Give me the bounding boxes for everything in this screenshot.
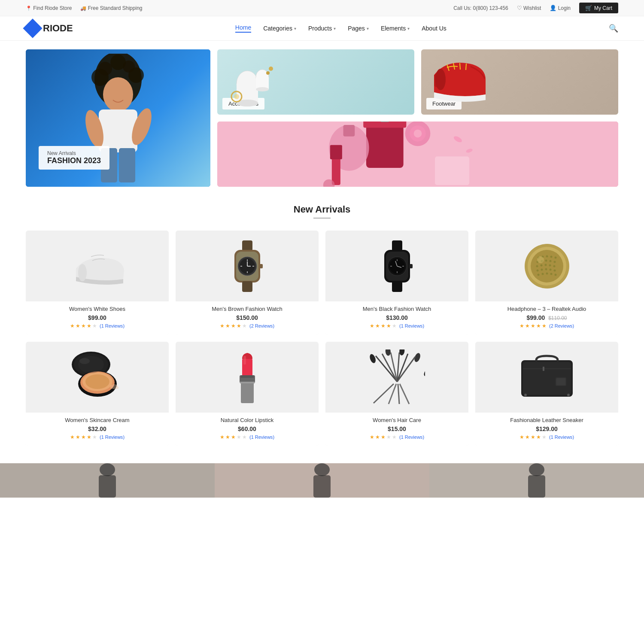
product-card[interactable]: Women's White Shoes $99.00 ★ ★ ★ ★ ★ (1 … [26, 231, 169, 335]
svg-rect-56 [259, 264, 263, 268]
svg-point-116 [369, 353, 377, 364]
pin-icon [26, 5, 32, 11]
product-rating: ★ ★ ★ ★ ★ (1 Reviews) [331, 434, 462, 440]
bottom-banner [0, 463, 644, 498]
product-image-leather-bag [517, 354, 577, 401]
svg-point-95 [546, 272, 548, 274]
product-rating: ★ ★ ★ ★ ★ (1 Reviews) [481, 434, 612, 440]
svg-point-93 [537, 273, 539, 276]
product-image-wrap [26, 342, 169, 413]
product-price: $129.00 [481, 425, 612, 432]
product-image-wrap [475, 342, 618, 413]
svg-point-82 [553, 261, 556, 263]
product-image-cream [70, 352, 125, 403]
product-price: $60.00 [182, 425, 313, 432]
nav-item-pages[interactable]: Pages ▾ [348, 25, 369, 32]
svg-rect-57 [392, 240, 402, 251]
banner-image-2 [215, 463, 429, 498]
banner-image-1 [0, 463, 215, 498]
hero-main-banner[interactable]: New Arrivals FASHION 2023 [26, 49, 210, 187]
product-card[interactable]: Women's Hair Care $15.00 ★ ★ ★ ★ ★ (1 Re… [325, 342, 468, 446]
product-price: $130.00 [331, 314, 462, 321]
truck-icon [80, 5, 86, 11]
svg-point-39 [414, 130, 422, 138]
chevron-down-icon: ▾ [367, 26, 369, 31]
svg-point-106 [78, 356, 104, 373]
svg-point-135 [524, 394, 527, 396]
product-info: Headphone – 3 – Realtek Audio $99.00 $11… [475, 301, 618, 335]
cart-icon [585, 5, 592, 11]
hero-footwear-card[interactable]: Footwear [421, 49, 618, 115]
nav-item-elements[interactable]: Elements ▾ [381, 25, 410, 32]
product-name: Headphone – 3 – Realtek Audio [481, 306, 612, 312]
svg-point-21 [266, 71, 270, 75]
product-card[interactable]: Men's Brown Fashion Watch $150.00 ★ ★ ★ … [176, 231, 319, 335]
product-card[interactable]: Women's Skincare Cream $32.00 ★ ★ ★ ★ ★ … [26, 342, 169, 446]
review-count: (1 Reviews) [100, 434, 125, 440]
hero-brand-banner[interactable]: Brand Sale UP TO 30% OFF [217, 122, 618, 187]
svg-point-136 [567, 394, 570, 396]
svg-point-76 [550, 255, 552, 258]
cart-button[interactable]: My Cart [579, 3, 618, 13]
banner-item-1[interactable] [0, 463, 215, 498]
products-grid: Women's White Shoes $99.00 ★ ★ ★ ★ ★ (1 … [0, 231, 644, 446]
product-image-lipstick [234, 349, 260, 405]
login-link[interactable]: Login [550, 5, 571, 11]
nav-item-categories[interactable]: Categories ▾ [263, 25, 296, 32]
banner-item-2[interactable] [215, 463, 429, 498]
svg-point-72 [531, 250, 563, 283]
svg-point-77 [554, 256, 556, 258]
svg-line-128 [400, 384, 409, 404]
svg-rect-35 [330, 145, 342, 159]
svg-rect-4 [119, 148, 135, 182]
svg-point-94 [541, 273, 544, 275]
free-shipping-link: Free Standard Shipping [80, 5, 142, 11]
product-price: $150.00 [182, 314, 313, 321]
svg-point-138 [100, 463, 115, 476]
svg-point-87 [553, 265, 555, 267]
review-count: (1 Reviews) [399, 323, 424, 328]
product-card[interactable]: Natural Color Lipstick $60.00 ★ ★ ★ ★ ★ … [176, 342, 319, 446]
section-title: New Arrivals [0, 204, 644, 215]
review-count: (2 Reviews) [249, 323, 274, 328]
svg-point-98 [537, 256, 544, 263]
wishlist-link[interactable]: Wishlist [517, 5, 541, 11]
footwear-image [421, 49, 490, 115]
nav-item-about[interactable]: About Us [422, 25, 447, 32]
product-name: Natural Color Lipstick [182, 417, 313, 423]
hero-accessories-card[interactable]: Accessories [217, 49, 414, 115]
product-name: Fashionable Leather Sneaker [481, 417, 612, 423]
product-card[interactable]: Headphone – 3 – Realtek Audio $99.00 $11… [475, 231, 618, 335]
svg-line-24 [460, 63, 460, 70]
product-card[interactable]: Men's Black Fashion Watch $130.00 ★ ★ ★ … [325, 231, 468, 335]
product-name: Women's Skincare Cream [32, 417, 163, 423]
svg-rect-55 [242, 281, 252, 292]
nav-item-home[interactable]: Home [235, 24, 251, 33]
svg-point-1 [103, 77, 133, 112]
chevron-down-icon: ▾ [334, 26, 336, 31]
svg-rect-29 [363, 122, 406, 128]
svg-point-75 [546, 255, 548, 257]
banner-item-3[interactable] [429, 463, 644, 498]
search-icon[interactable]: 🔍 [609, 24, 618, 33]
product-info: Women's White Shoes $99.00 ★ ★ ★ ★ ★ (1 … [26, 301, 169, 335]
svg-rect-132 [543, 367, 544, 371]
svg-point-88 [536, 269, 538, 271]
logo[interactable]: RIODE [26, 21, 73, 35]
svg-point-43 [78, 264, 87, 281]
product-info: Women's Skincare Cream $32.00 ★ ★ ★ ★ ★ … [26, 413, 169, 446]
review-count: (2 Reviews) [549, 323, 574, 328]
product-card[interactable]: Fashionable Leather Sneaker $129.00 ★ ★ … [475, 342, 618, 446]
top-bar: Find Riode Store Free Standard Shipping … [0, 0, 644, 16]
product-name: Women's Hair Care [331, 417, 462, 423]
product-info: Women's Hair Care $15.00 ★ ★ ★ ★ ★ (1 Re… [325, 413, 468, 446]
svg-point-91 [549, 268, 551, 270]
product-rating: ★ ★ ★ ★ ★ (2 Reviews) [481, 323, 612, 329]
svg-point-104 [85, 374, 109, 389]
svg-rect-111 [243, 356, 246, 365]
svg-rect-33 [343, 125, 355, 137]
product-info: Men's Black Fashion Watch $130.00 ★ ★ ★ … [325, 301, 468, 335]
find-store-link[interactable]: Find Riode Store [26, 5, 72, 11]
nav-item-products[interactable]: Products ▾ [308, 25, 336, 32]
heart-icon [517, 5, 522, 11]
